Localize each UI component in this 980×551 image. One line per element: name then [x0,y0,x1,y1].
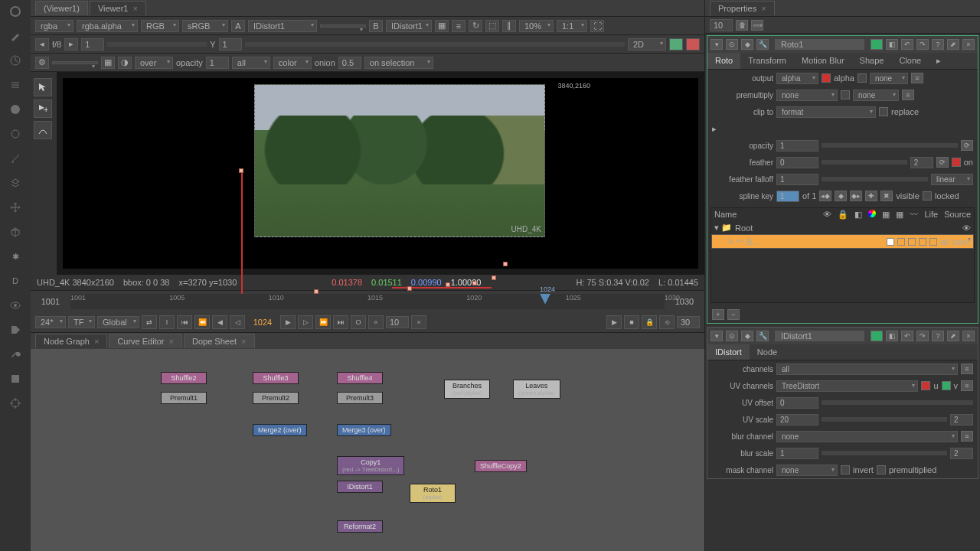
idistort-tab-node[interactable]: Node [750,344,785,360]
skip-input[interactable]: 10 [386,316,409,328]
help-icon[interactable]: ? [932,39,944,50]
properties-count[interactable]: 10 [710,19,733,31]
node-copy1[interactable]: Copy1(red -> TreeDistort...) [337,456,404,475]
timeline-track[interactable]: 1024 1001100510101015102010251030 [70,294,665,309]
step-fwd-key-icon[interactable]: ⏩ [315,315,331,329]
output-x-icon[interactable] [822,73,831,83]
remove-layer-button[interactable]: − [727,309,740,320]
maskch-select[interactable]: none [776,465,838,476]
node-reformat2[interactable]: Reformat2 [337,520,383,533]
uvoff-input[interactable]: 0 [776,397,818,409]
a-button[interactable]: A [231,20,245,32]
zoom-select[interactable]: 10% [519,20,554,32]
roto-mode[interactable] [52,61,98,64]
fps-select[interactable]: 24* [35,316,66,328]
current-frame[interactable]: 1024 [247,318,278,327]
channels2-select[interactable]: all [232,57,270,69]
grid-icon[interactable]: ▦ [101,57,115,69]
node-icon[interactable]: ◧ [886,39,898,50]
close-icon[interactable]: × [132,4,137,13]
wrench-icon[interactable] [8,347,22,361]
onselection-select[interactable]: on selection [364,57,433,69]
node-premult3[interactable]: Premult3 [337,392,383,404]
blurscale-input[interactable]: 1 [776,448,818,459]
lut-select[interactable]: sRGB [182,20,228,32]
key-next-icon[interactable]: ◆▸ [850,191,862,201]
replace-cb[interactable] [879,107,888,116]
eye-icon[interactable] [8,298,22,312]
lock-all-icon[interactable]: ⟹ [751,20,763,31]
key-del-icon[interactable]: ✖ [880,191,893,201]
lock-icon[interactable]: 🔒 [642,315,657,329]
fullscreen-icon[interactable]: ⛶ [590,20,604,32]
falloff-type-select[interactable]: linear [931,174,973,185]
undo-icon[interactable]: ↶ [901,39,913,50]
select-tool-icon[interactable] [34,78,52,96]
green-icon[interactable] [669,38,683,51]
opacity-input[interactable]: 1 [206,57,229,69]
prev-icon[interactable]: ◂ [35,38,49,51]
rew-icon[interactable]: « [368,315,384,329]
node-idistort1[interactable]: IDistort1 [337,481,383,493]
timeline-cursor[interactable] [540,294,550,305]
channel-select[interactable]: rgba [35,20,74,32]
center-icon[interactable]: ⊙ [726,39,738,50]
move-icon[interactable] [8,201,22,214]
in-button[interactable]: I [159,315,175,329]
add-layer-button[interactable]: + [712,309,724,320]
reticle-icon[interactable] [8,396,22,410]
node-shuffle2[interactable]: Shuffle2 [161,372,207,384]
roi-icon[interactable]: ⬚ [485,20,499,32]
stack-icon[interactable]: ≡ [452,20,466,32]
properties-tab[interactable]: Properties× [710,1,775,15]
redo-icon[interactable]: ↷ [916,39,929,50]
cube-icon[interactable] [8,225,22,239]
rec-icon[interactable]: ▶ [606,315,622,329]
float-icon[interactable]: ⬈ [947,39,959,50]
rgb-select[interactable]: RGB [141,20,179,32]
shuffle-icon[interactable]: ⇄ [142,315,157,329]
roto-tab-transform[interactable]: Transform [740,53,794,69]
falloff-slider[interactable] [822,177,928,181]
tab-dope-sheet[interactable]: Dope Sheet× [184,334,255,348]
viewer-tab-active[interactable]: Viewer1× [90,1,146,15]
b-node-select[interactable]: IDistort1 [386,20,432,32]
timeline-start[interactable]: 1001 [35,297,66,306]
wipe-icon[interactable]: ▦ [435,20,449,32]
step-fwd-icon[interactable]: ▷ [298,315,313,329]
tab-nodegraph[interactable]: Node Graph× [35,334,107,348]
pen-icon[interactable] [8,152,22,165]
refresh-icon[interactable]: ↻ [469,20,482,32]
add-point-tool-icon[interactable]: + [34,99,52,118]
clock-icon[interactable] [8,54,22,67]
clip-select[interactable]: format [776,106,876,118]
lines-icon[interactable] [8,78,22,92]
premult-select[interactable]: none [776,90,838,101]
fstop-input[interactable]: 1 [81,38,104,51]
layers-icon[interactable] [8,176,22,190]
settings-icon[interactable]: ⚙ [35,57,49,69]
blurch-select[interactable]: none [776,431,958,442]
roto-tab-shape[interactable]: Shape [852,53,892,69]
premult2-select[interactable]: none [853,90,899,101]
last-frame-icon[interactable]: ⏭ [333,315,348,329]
tf-select[interactable]: TF [68,316,95,328]
gamma-slider[interactable] [245,42,625,47]
key-prev-icon[interactable]: ◂◆ [819,191,831,201]
stop-icon[interactable]: ■ [624,315,639,329]
a-node-select[interactable]: IDistort1 [248,20,317,32]
step-back-key-icon[interactable]: ⏪ [194,315,210,329]
tag-icon[interactable] [8,323,22,337]
end-display[interactable]: 30 [677,316,700,328]
b-button[interactable]: B [369,20,383,32]
curve-tool-icon[interactable] [34,121,52,139]
roto-opacity-input[interactable]: 1 [776,140,818,152]
idistort-tab-main[interactable]: IDistort [707,344,750,360]
play-icon[interactable]: ▶ [280,315,296,329]
output-select[interactable]: alpha [776,73,818,84]
dim-select[interactable]: 2D [628,38,666,51]
node-premult1[interactable]: Premult1 [161,392,207,404]
scope-select[interactable]: Global [97,316,139,328]
feather-slider[interactable] [822,160,907,165]
gain-slider[interactable] [107,42,207,47]
